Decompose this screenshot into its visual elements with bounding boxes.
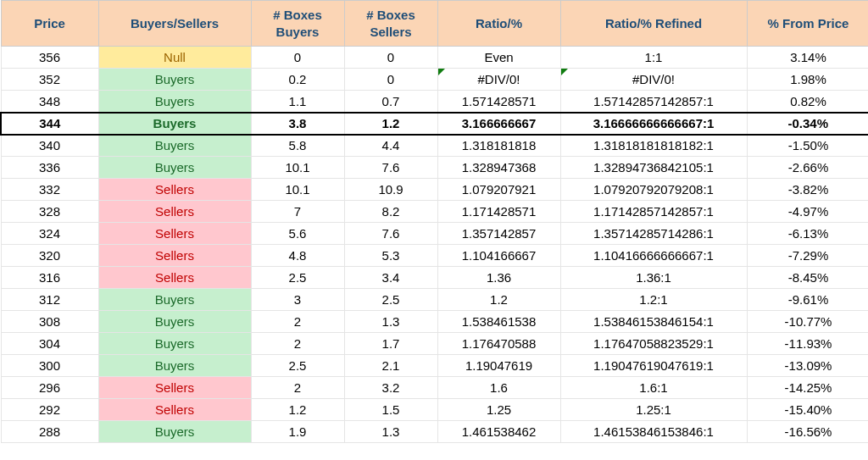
cell-from-price: -10.77% — [747, 311, 868, 333]
cell-ratio-refined: 1.53846153846154:1 — [560, 311, 747, 333]
cell-buyers-sellers: Sellers — [98, 179, 251, 201]
table-row: 352Buyers0.20#DIV/0!#DIV/0!1.98% — [1, 69, 868, 91]
cell-ratio-refined: 1.36:1 — [560, 267, 747, 289]
cell-price: 288 — [1, 421, 98, 443]
cell-ratio: 3.166666667 — [437, 113, 560, 135]
cell-ratio-refined: 1.17647058823529:1 — [560, 333, 747, 355]
cell-boxes-sellers: 1.7 — [344, 333, 437, 355]
header-boxes-buyers-l2: Buyers — [276, 25, 320, 39]
cell-boxes-sellers: 1.3 — [344, 421, 437, 443]
cell-ratio: 1.461538462 — [437, 421, 560, 443]
cell-from-price: -4.97% — [747, 201, 868, 223]
cell-from-price: -11.93% — [747, 333, 868, 355]
cell-price: 340 — [1, 135, 98, 157]
cell-ratio-refined: 1.46153846153846:1 — [560, 421, 747, 443]
cell-buyers-sellers: Sellers — [98, 399, 251, 421]
table-body: 356Null00Even1:13.14%352Buyers0.20#DIV/0… — [1, 47, 868, 443]
cell-ratio-refined: 1.31818181818182:1 — [560, 135, 747, 157]
table-row: 300Buyers2.52.11.190476191.1904761904761… — [1, 355, 868, 377]
cell-ratio-refined: 1.10416666666667:1 — [560, 245, 747, 267]
cell-buyers-sellers-text: Sellers — [155, 226, 194, 241]
cell-boxes-buyers: 7 — [251, 201, 344, 223]
cell-boxes-buyers: 10.1 — [251, 179, 344, 201]
cell-buyers-sellers: Buyers — [98, 113, 251, 135]
cell-buyers-sellers-text: Buyers — [155, 314, 195, 329]
header-boxes-buyers-l1: # Boxes — [273, 8, 322, 22]
cell-buyers-sellers: Buyers — [98, 69, 251, 91]
cell-buyers-sellers: Sellers — [98, 245, 251, 267]
table-row: 336Buyers10.17.61.3289473681.32894736842… — [1, 157, 868, 179]
cell-ratio: 1.538461538 — [437, 311, 560, 333]
cell-buyers-sellers-text: Sellers — [155, 380, 194, 395]
cell-buyers-sellers-text: Buyers — [155, 292, 195, 307]
cell-boxes-sellers: 3.4 — [344, 267, 437, 289]
table-row: 316Sellers2.53.41.361.36:1-8.45% — [1, 267, 868, 289]
cell-buyers-sellers-text: Sellers — [155, 182, 194, 197]
cell-buyers-sellers: Buyers — [98, 355, 251, 377]
table-row: 340Buyers5.84.41.3181818181.318181818181… — [1, 135, 868, 157]
cell-from-price: -9.61% — [747, 289, 868, 311]
cell-ratio: 1.19047619 — [437, 355, 560, 377]
cell-buyers-sellers-text: Buyers — [155, 358, 195, 373]
cell-from-price: -8.45% — [747, 267, 868, 289]
table-row: 324Sellers5.67.61.3571428571.35714285714… — [1, 223, 868, 245]
cell-ratio: 1.25 — [437, 399, 560, 421]
cell-from-price: -1.50% — [747, 135, 868, 157]
cell-boxes-sellers: 7.6 — [344, 223, 437, 245]
cell-ratio-refined: #DIV/0! — [560, 69, 747, 91]
cell-boxes-sellers: 1.3 — [344, 311, 437, 333]
cell-ratio-refined: 1.17142857142857:1 — [560, 201, 747, 223]
cell-buyers-sellers-text: Null — [164, 50, 186, 64]
cell-price: 328 — [1, 201, 98, 223]
cell-boxes-buyers: 1.1 — [251, 91, 344, 113]
cell-price: 292 — [1, 399, 98, 421]
cell-boxes-buyers: 2 — [251, 311, 344, 333]
cell-price: 300 — [1, 355, 98, 377]
cell-from-price: -14.25% — [747, 377, 868, 399]
cell-ratio-refined: 1.07920792079208:1 — [560, 179, 747, 201]
cell-boxes-buyers: 2 — [251, 333, 344, 355]
cell-ratio: 1.104166667 — [437, 245, 560, 267]
header-row: Price Buyers/Sellers # Boxes Buyers # Bo… — [1, 1, 868, 47]
cell-from-price: 0.82% — [747, 91, 868, 113]
cell-boxes-buyers: 0.2 — [251, 69, 344, 91]
cell-buyers-sellers: Buyers — [98, 311, 251, 333]
cell-boxes-sellers: 1.2 — [344, 113, 437, 135]
cell-ratio-refined: 1.2:1 — [560, 289, 747, 311]
cell-boxes-buyers: 3.8 — [251, 113, 344, 135]
cell-boxes-buyers: 5.8 — [251, 135, 344, 157]
header-from-price: % From Price — [747, 1, 868, 47]
cell-boxes-sellers: 10.9 — [344, 179, 437, 201]
cell-buyers-sellers: Sellers — [98, 223, 251, 245]
cell-buyers-sellers: Buyers — [98, 135, 251, 157]
cell-from-price: -6.13% — [747, 223, 868, 245]
cell-price: 332 — [1, 179, 98, 201]
cell-price: 320 — [1, 245, 98, 267]
cell-boxes-sellers: 0 — [344, 47, 437, 69]
cell-boxes-sellers: 2.5 — [344, 289, 437, 311]
cell-ratio: 1.171428571 — [437, 201, 560, 223]
cell-boxes-sellers: 2.1 — [344, 355, 437, 377]
cell-boxes-buyers: 4.8 — [251, 245, 344, 267]
header-buyers-sellers: Buyers/Sellers — [98, 1, 251, 47]
table-row: 320Sellers4.85.31.1041666671.10416666666… — [1, 245, 868, 267]
cell-ratio: 1.079207921 — [437, 179, 560, 201]
cell-boxes-buyers: 0 — [251, 47, 344, 69]
table-row: 288Buyers1.91.31.4615384621.461538461538… — [1, 421, 868, 443]
cell-ratio-refined: 3.16666666666667:1 — [560, 113, 747, 135]
cell-ratio: 1.2 — [437, 289, 560, 311]
cell-buyers-sellers-text: Buyers — [155, 94, 195, 108]
cell-price: 312 — [1, 289, 98, 311]
cell-buyers-sellers: Sellers — [98, 267, 251, 289]
cell-price: 308 — [1, 311, 98, 333]
cell-buyers-sellers-text: Sellers — [155, 248, 194, 263]
cell-boxes-buyers: 1.2 — [251, 399, 344, 421]
cell-ratio: 1.357142857 — [437, 223, 560, 245]
cell-buyers-sellers-text: Buyers — [155, 160, 195, 175]
cell-price: 352 — [1, 69, 98, 91]
table-row: 296Sellers23.21.61.6:1-14.25% — [1, 377, 868, 399]
table-row: 356Null00Even1:13.14% — [1, 47, 868, 69]
header-ratio-refined: Ratio/% Refined — [560, 1, 747, 47]
cell-buyers-sellers: Buyers — [98, 91, 251, 113]
cell-ratio: Even — [437, 47, 560, 69]
